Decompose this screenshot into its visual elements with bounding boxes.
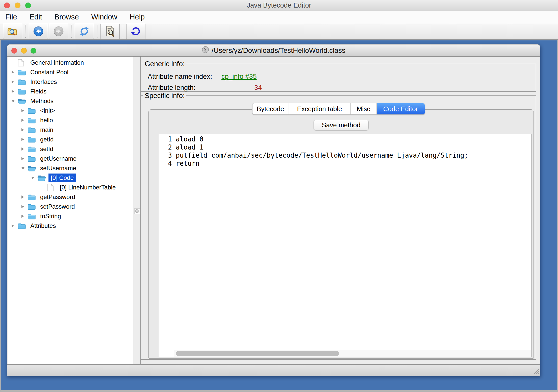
menu-window[interactable]: Window	[91, 13, 117, 21]
tree-item-init[interactable]: <init>	[8, 106, 134, 115]
document-zoom-button[interactable]	[31, 48, 36, 54]
window-title: Java Bytecode Editor	[0, 0, 558, 11]
line-number-gutter: 1234	[159, 134, 174, 350]
find-in-file-button[interactable]: @	[100, 24, 120, 39]
forward-icon	[53, 26, 64, 37]
document-minimize-button[interactable]	[21, 48, 27, 54]
generic-info-row: Attribute length:34	[141, 82, 536, 93]
line-number: 2	[159, 143, 174, 151]
line-number: 1	[159, 135, 174, 143]
expander-right-icon[interactable]	[21, 147, 28, 151]
line-number: 4	[159, 159, 174, 167]
specific-info-label: Specific info:	[143, 92, 186, 100]
menu-browse[interactable]: Browse	[55, 13, 79, 21]
tree-item-label: Constant Pool	[29, 68, 70, 77]
line-number: 3	[159, 151, 174, 159]
back-button[interactable]	[29, 24, 48, 39]
generic-info-row: Attribute name index:cp_info #35	[141, 71, 536, 82]
split-handle[interactable]	[134, 208, 140, 214]
tree-item-interfaces[interactable]: Interfaces	[8, 77, 134, 87]
tree-item-setpassword[interactable]: setPassword	[8, 202, 134, 211]
tree-item-label: Methods	[29, 97, 55, 105]
reload-icon	[130, 26, 141, 37]
expander-right-icon[interactable]	[21, 118, 28, 122]
resize-grip-icon[interactable]	[532, 367, 540, 376]
menu-edit[interactable]: Edit	[30, 13, 42, 21]
tree-item-tostring[interactable]: toString	[8, 211, 134, 221]
tree-item-getusername[interactable]: getUsername	[8, 154, 134, 163]
expander-right-icon[interactable]	[21, 195, 28, 199]
tree-item-label: setId	[39, 145, 55, 153]
open-class-file-button[interactable]	[3, 24, 22, 39]
tree-item-methods[interactable]: Methods	[8, 96, 134, 106]
application-window: Java Bytecode Editor FileEditBrowseWindo…	[0, 0, 558, 392]
save-method-button[interactable]: Save method	[314, 120, 369, 130]
detail-panel: Generic info: Attribute name index:cp_in…	[141, 57, 539, 364]
tab-exception-table[interactable]: Exception table	[289, 103, 351, 114]
expander-right-icon[interactable]	[11, 70, 18, 74]
attribute-length-value: 34	[221, 84, 262, 92]
tree-item-0-code[interactable]: [0] Code	[8, 173, 134, 183]
expander-right-icon[interactable]	[21, 205, 28, 209]
expander-right-icon[interactable]	[21, 137, 28, 141]
tree-item-0-linenumbertable[interactable]: [0] LineNumberTable	[8, 183, 134, 192]
expander-down-icon[interactable]	[11, 100, 18, 103]
document-title-area: /Users/yz/Downloads/TestHelloWorld.class	[7, 44, 540, 56]
folder-icon	[28, 146, 36, 153]
tree-item-label: main	[39, 126, 55, 134]
document-titlebar: /Users/yz/Downloads/TestHelloWorld.class	[7, 44, 540, 57]
code-editor-scrollpane: 1234 aload_0aload_1putfield com/anbai/se…	[159, 134, 531, 357]
refresh-button[interactable]	[75, 24, 94, 39]
tree-item-label: getPassword	[39, 193, 77, 201]
expander-right-icon[interactable]	[21, 214, 28, 218]
tree-item-hello[interactable]: hello	[8, 115, 134, 125]
tree-item-label: <init>	[39, 106, 57, 115]
refresh-icon	[79, 26, 90, 37]
document-title: /Users/yz/Downloads/TestHelloWorld.class	[212, 46, 345, 55]
tab-misc[interactable]: Misc	[351, 103, 377, 114]
toolbar: @	[0, 23, 558, 40]
folder-icon	[18, 69, 26, 76]
tab-code-editor[interactable]: Code Editor	[377, 103, 425, 114]
tree-item-constant-pool[interactable]: Constant Pool	[8, 67, 134, 77]
tab-content-panel: Save method 1234 aload_0aload_1putfield …	[148, 109, 534, 359]
tree-item-setusername[interactable]: setUsername	[8, 163, 134, 173]
generic-info-label: Generic info:	[143, 60, 186, 68]
svg-text:@: @	[109, 30, 112, 34]
expander-right-icon[interactable]	[11, 89, 18, 93]
tree-item-getpassword[interactable]: getPassword	[8, 192, 134, 202]
expander-right-icon[interactable]	[11, 80, 18, 84]
expander-down-icon[interactable]	[31, 176, 37, 180]
tree-item-setid[interactable]: setId	[8, 144, 134, 154]
tree-item-general-information[interactable]: General Information	[8, 58, 134, 67]
folder-icon	[28, 155, 36, 162]
tree-item-fields[interactable]: Fields	[8, 87, 134, 96]
folder-icon	[28, 127, 36, 133]
menu-file[interactable]: File	[5, 13, 17, 21]
expander-right-icon[interactable]	[11, 224, 18, 228]
folder-icon	[28, 194, 36, 201]
tab-bytecode[interactable]: Bytecode	[252, 103, 289, 114]
open-file-icon	[7, 26, 18, 36]
cp-info-link[interactable]: cp_info #35	[221, 73, 257, 81]
expander-right-icon[interactable]	[21, 157, 28, 161]
folder-icon	[18, 223, 26, 229]
tree-item-getid[interactable]: getId	[8, 135, 134, 144]
tree-item-label: Fields	[29, 87, 48, 96]
expander-right-icon[interactable]	[21, 128, 28, 132]
horizontal-scrollbar-thumb[interactable]	[176, 351, 339, 356]
expander-down-icon[interactable]	[21, 167, 28, 170]
back-icon	[33, 26, 44, 37]
document-window: /Users/yz/Downloads/TestHelloWorld.class…	[7, 44, 540, 376]
code-editor-textarea[interactable]: aload_0aload_1putfield com/anbai/sec/byt…	[174, 134, 531, 350]
split-divider[interactable]	[134, 57, 141, 364]
document-close-button[interactable]	[11, 48, 17, 54]
tree-item-attributes[interactable]: Attributes	[8, 221, 134, 231]
code-line: aload_0	[176, 135, 531, 143]
folder-open-icon	[37, 175, 46, 181]
reload-button[interactable]	[126, 24, 145, 39]
horizontal-scrollbar[interactable]	[174, 350, 531, 357]
menu-help[interactable]: Help	[130, 13, 145, 21]
tree-item-main[interactable]: main	[8, 125, 134, 135]
expander-right-icon[interactable]	[21, 109, 28, 113]
